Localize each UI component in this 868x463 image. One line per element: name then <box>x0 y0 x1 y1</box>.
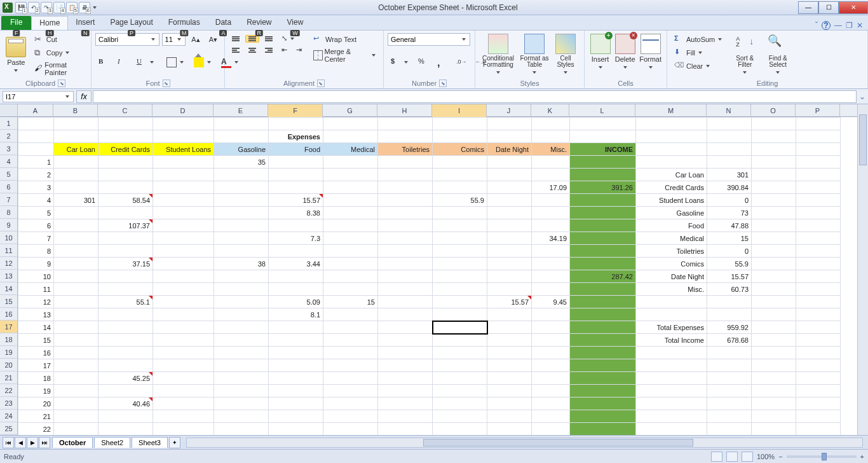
cell-C13[interactable] <box>98 270 153 283</box>
cell-A9[interactable]: 6 <box>18 219 54 232</box>
row-header-6[interactable]: 6 <box>0 181 17 193</box>
cell-G20[interactable] <box>323 359 378 372</box>
close-button[interactable]: ✕ <box>839 1 868 14</box>
fx-button[interactable]: fx <box>76 90 92 103</box>
cell-F1[interactable] <box>269 118 323 130</box>
cell-K12[interactable] <box>532 258 570 270</box>
cell-C7[interactable]: 58.54 <box>98 194 153 207</box>
cell-N2[interactable] <box>707 130 752 143</box>
cell-L21[interactable] <box>570 372 636 385</box>
cell-D23[interactable] <box>153 397 214 410</box>
cell-C20[interactable] <box>98 359 153 372</box>
comma-button[interactable] <box>434 56 451 69</box>
cell-M24[interactable] <box>636 410 707 423</box>
cell-O3[interactable] <box>752 143 796 156</box>
cell-K4[interactable] <box>532 156 570 169</box>
cell-J10[interactable] <box>487 232 532 245</box>
cell-B11[interactable] <box>54 245 98 258</box>
cell-C25[interactable] <box>98 423 153 436</box>
cell-F8[interactable]: 8.38 <box>269 207 323 219</box>
cell-A2[interactable] <box>18 130 54 143</box>
cell-B18[interactable] <box>54 334 98 347</box>
cell-H7[interactable] <box>378 194 433 207</box>
cell-G16[interactable] <box>323 308 378 321</box>
cell-J22[interactable] <box>487 385 532 397</box>
row-header-1[interactable]: 1 <box>0 117 17 130</box>
cell-H16[interactable] <box>378 308 433 321</box>
qat-redo[interactable]: ↷3 <box>41 2 52 13</box>
qat-item-6[interactable]: 🖶6 <box>79 2 90 13</box>
row-header-2[interactable]: 2 <box>0 130 17 142</box>
cell-A11[interactable]: 8 <box>18 245 54 258</box>
cell-D17[interactable] <box>153 321 214 334</box>
cell-E6[interactable] <box>214 181 269 194</box>
cell-N1[interactable] <box>707 118 752 130</box>
row-header-18[interactable]: 18 <box>0 333 17 346</box>
cell-D2[interactable] <box>153 130 214 143</box>
cell-O22[interactable] <box>752 385 796 397</box>
cell-M16[interactable] <box>636 308 707 321</box>
sheet-tab-october[interactable]: October <box>52 437 93 448</box>
cell-H19[interactable] <box>378 347 433 359</box>
cell-E25[interactable] <box>214 423 269 436</box>
qat-save[interactable]: 💾1 <box>15 2 27 13</box>
cell-J6[interactable] <box>487 181 532 194</box>
cell-G2[interactable] <box>323 130 378 143</box>
cell-P25[interactable] <box>796 423 841 436</box>
cell-E22[interactable] <box>214 385 269 397</box>
minimize-ribbon-icon[interactable]: ˇ <box>815 21 818 30</box>
cell-O8[interactable] <box>752 207 796 219</box>
cell-I7[interactable]: 55.9 <box>433 194 487 207</box>
cell-J23[interactable] <box>487 397 532 410</box>
cell-I25[interactable] <box>433 423 487 436</box>
cell-N21[interactable] <box>707 372 752 385</box>
wrap-text-button[interactable]: Wrap Text <box>310 33 360 46</box>
fill-button[interactable]: Fill <box>671 46 707 59</box>
merge-center-button[interactable]: Merge & Center <box>310 46 379 64</box>
cell-G12[interactable] <box>323 258 378 270</box>
cell-F9[interactable] <box>269 219 323 232</box>
cell-L13[interactable]: 287.42 <box>570 270 636 283</box>
cell-A23[interactable]: 20 <box>18 397 54 410</box>
cell-O7[interactable] <box>752 194 796 207</box>
sheet-tab-sheet3[interactable]: Sheet3 <box>132 437 168 448</box>
cell-M13[interactable]: Date Night <box>636 270 707 283</box>
cell-D24[interactable] <box>153 410 214 423</box>
cell-I12[interactable] <box>433 258 487 270</box>
clipboard-launcher[interactable]: ⬊ <box>58 79 65 87</box>
font-launcher[interactable]: ⬊ <box>163 79 170 87</box>
cell-D1[interactable] <box>153 118 214 130</box>
cell-B6[interactable] <box>54 181 98 194</box>
align-center-button[interactable] <box>245 46 259 54</box>
expand-formula-bar[interactable]: ⌄ <box>857 92 868 101</box>
cell-M22[interactable] <box>636 385 707 397</box>
cell-B7[interactable]: 301 <box>54 194 98 207</box>
align-left-button[interactable] <box>229 46 243 54</box>
cell-I17[interactable] <box>433 321 487 334</box>
cell-A19[interactable]: 16 <box>18 347 54 359</box>
tab-review[interactable]: ReviewR <box>239 16 279 30</box>
cell-O19[interactable] <box>752 347 796 359</box>
cell-L12[interactable] <box>570 258 636 270</box>
cell-N9[interactable]: 47.88 <box>707 219 752 232</box>
cell-E1[interactable] <box>214 118 269 130</box>
cell-J20[interactable] <box>487 359 532 372</box>
cell-J15[interactable]: 15.57 <box>487 296 532 308</box>
cell-L11[interactable] <box>570 245 636 258</box>
cell-P7[interactable] <box>796 194 841 207</box>
cell-N3[interactable] <box>707 143 752 156</box>
maximize-button[interactable]: ☐ <box>818 1 839 14</box>
col-header-C[interactable]: C <box>98 104 153 117</box>
qat-item-4[interactable]: 📄4 <box>53 2 65 13</box>
sort-filter-button[interactable]: Sort & Filter <box>730 32 759 77</box>
cell-D9[interactable] <box>153 219 214 232</box>
cell-C19[interactable] <box>98 347 153 359</box>
cell-B22[interactable] <box>54 385 98 397</box>
cell-C23[interactable]: 40.46 <box>98 397 153 410</box>
row-header-11[interactable]: 11 <box>0 244 17 257</box>
cell-B17[interactable] <box>54 321 98 334</box>
cell-P18[interactable] <box>796 334 841 347</box>
cell-D12[interactable] <box>153 258 214 270</box>
cell-K13[interactable] <box>532 270 570 283</box>
tab-nav-prev[interactable]: ◀ <box>15 437 26 448</box>
